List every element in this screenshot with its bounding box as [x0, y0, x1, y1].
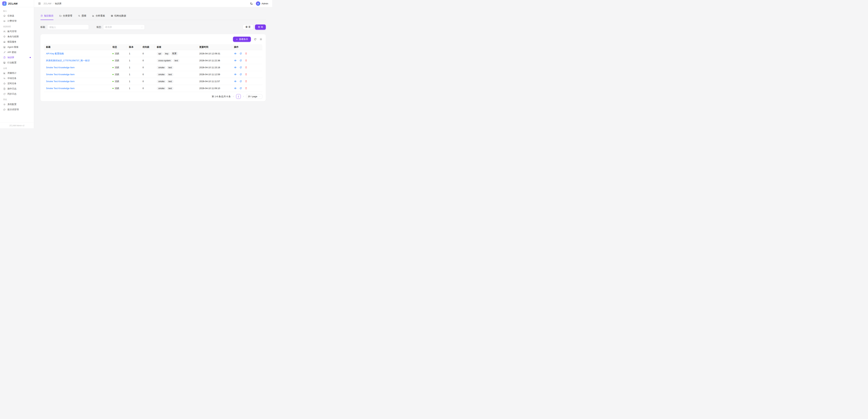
history-button[interactable]	[239, 80, 242, 83]
query-button[interactable]: 查 询	[255, 25, 266, 30]
sidebar-item-model-services[interactable]: 模型服务	[2, 39, 32, 44]
tab-category-management[interactable]: 分类管理	[59, 14, 72, 20]
sidebar-item-billing[interactable]: 计费管理	[2, 19, 32, 24]
version-cell: 1	[127, 59, 141, 62]
sidebar-item-dashboard[interactable]: 仪表盘	[2, 13, 32, 19]
avatar: A	[256, 1, 260, 6]
history-button[interactable]	[239, 52, 242, 55]
row-title-link[interactable]: Smoke Test Knowledge Item	[46, 80, 75, 83]
page-number-1[interactable]: 1	[236, 94, 241, 99]
sidebar-item-roles[interactable]: 角色与权限	[2, 34, 32, 39]
sidebar-item-industry-config[interactable]: 行业配置	[2, 60, 32, 65]
delete-button[interactable]	[245, 59, 247, 62]
cloud-server-icon	[3, 41, 6, 43]
sidebar-item-system-config[interactable]: 系统配置	[2, 102, 32, 107]
view-button[interactable]	[234, 59, 237, 62]
gear-icon	[259, 38, 262, 41]
delete-button[interactable]	[245, 80, 247, 83]
sidebar-item-scheduled-tasks[interactable]: 定时任务	[2, 81, 32, 86]
refresh-button[interactable]	[254, 38, 256, 41]
tag: test	[167, 87, 173, 90]
tab-structured-data[interactable]: 结构化数据	[111, 14, 126, 20]
nav-group-core: 核心	[2, 8, 32, 13]
view-button[interactable]	[234, 80, 237, 83]
priority-cell: 0	[141, 59, 155, 62]
book-icon	[40, 14, 43, 17]
delete-button[interactable]	[245, 66, 247, 69]
sidebar-item-label: 操作日志	[7, 87, 17, 90]
history-button[interactable]	[239, 87, 242, 90]
version-cell: 1	[127, 87, 141, 90]
history-button[interactable]	[239, 73, 242, 76]
next-page-button[interactable]	[243, 95, 244, 97]
sidebar-item-label: 计费管理	[7, 20, 17, 23]
sidebar-collapse-button[interactable]	[38, 2, 41, 5]
table-card: 新建条目 标题 状态 版本 优先级 标签	[40, 34, 266, 101]
sidebar-item-agent-templates[interactable]: Agent 模板	[2, 44, 32, 50]
column-header-priority: 优先级	[141, 44, 155, 50]
sidebar-item-label: 账号管理	[7, 30, 17, 33]
breadcrumb-root[interactable]: ZCLAW	[43, 2, 51, 5]
tag: 配置	[171, 52, 178, 56]
sidebar-item-prompt-management[interactable]: 提示词管理	[2, 107, 32, 112]
status-text: 活跃	[115, 59, 119, 62]
updated-cell: 2026-04-10 11:12:59	[197, 73, 232, 76]
status-text: 活跃	[115, 66, 119, 69]
delete-button[interactable]	[245, 73, 247, 76]
sidebar-item-label: 同步日志	[7, 92, 17, 95]
tab-analytics-board[interactable]: 分析看板	[92, 14, 105, 20]
row-title-link[interactable]: 跨系统测试知识_1775791356737_唯一标识	[46, 59, 90, 62]
table-settings-button[interactable]	[259, 38, 262, 41]
dark-mode-toggle[interactable]	[250, 2, 253, 5]
title-filter-input[interactable]	[47, 25, 89, 30]
user-name: Admin	[261, 2, 268, 5]
history-icon	[239, 52, 242, 55]
view-button[interactable]	[234, 73, 237, 76]
row-title-link[interactable]: Smoke Test Knowledge Item	[46, 87, 75, 90]
table-row: Smoke Test Knowledge Item 活跃 1 0 smoke t…	[44, 85, 262, 92]
status-filter-select[interactable]: 请选择	[103, 25, 145, 30]
tags-cell: api key 配置	[155, 52, 197, 56]
row-title-link[interactable]: Smoke Test Knowledge Item	[46, 73, 75, 76]
new-item-button[interactable]: 新建条目	[233, 37, 251, 42]
sidebar-item-label: 行业配置	[7, 61, 17, 64]
column-header-title: 标题	[44, 44, 111, 50]
sidebar-item-accounts[interactable]: 账号管理	[2, 29, 32, 34]
history-button[interactable]	[239, 59, 242, 62]
sidebar-item-api-keys[interactable]: API 密钥	[2, 50, 32, 55]
moon-icon	[250, 2, 253, 5]
row-title-link[interactable]: Smoke Test Knowledge Item	[46, 66, 75, 69]
tab-search[interactable]: 搜索	[78, 14, 86, 20]
row-title-link[interactable]: API Key 配置指南	[46, 52, 64, 55]
tags-cell: smoke test	[155, 87, 197, 90]
sidebar-item-relay-tasks[interactable]: 中转任务	[2, 76, 32, 81]
updated-cell: 2026-04-10 11:15:16	[197, 66, 232, 69]
crown-icon	[3, 20, 6, 22]
tag: api	[157, 52, 163, 55]
sidebar-item-label: 系统配置	[7, 103, 17, 106]
sidebar-item-sync-logs[interactable]: 同步日志	[2, 91, 32, 96]
view-button[interactable]	[234, 87, 237, 90]
sidebar-item-knowledge-base[interactable]: 知识库	[2, 55, 32, 60]
delete-button[interactable]	[245, 87, 247, 90]
page-content: 知识条目 分类管理 搜索 分析看板 结构化数据	[34, 7, 272, 128]
history-icon	[239, 66, 242, 69]
history-icon	[239, 87, 242, 90]
priority-cell: 0	[141, 66, 155, 69]
history-button[interactable]	[239, 66, 242, 69]
tag: smoke	[157, 87, 166, 90]
delete-button[interactable]	[245, 52, 247, 55]
clock-icon	[3, 82, 6, 85]
reset-button[interactable]: 重 置	[243, 25, 253, 30]
page-size-select[interactable]: 20 / page	[246, 94, 262, 99]
book-icon	[3, 56, 6, 59]
view-button[interactable]	[234, 66, 237, 69]
user-menu[interactable]: A Admin	[256, 1, 268, 6]
tab-knowledge-items[interactable]: 知识条目	[40, 14, 54, 20]
robot-icon	[3, 46, 6, 49]
view-button[interactable]	[234, 52, 237, 55]
prev-page-button[interactable]	[232, 95, 235, 97]
column-header-status: 状态	[111, 44, 127, 50]
sidebar-item-operation-logs[interactable]: 操作日志	[2, 86, 32, 91]
sidebar-item-usage-stats[interactable]: 用量统计	[2, 70, 32, 76]
